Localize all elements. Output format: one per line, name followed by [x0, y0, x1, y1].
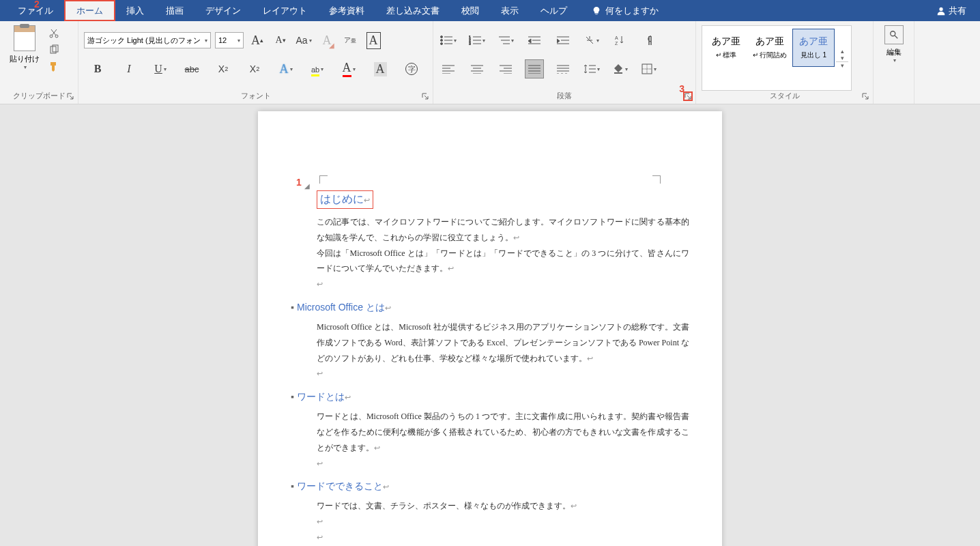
- tab-mailings[interactable]: 差し込み文書: [375, 0, 450, 21]
- style-normal[interactable]: あア亜 ↵ 標準: [705, 29, 747, 67]
- tab-draw[interactable]: 描画: [155, 0, 194, 21]
- increase-indent-button[interactable]: [553, 31, 573, 50]
- chevron-down-icon: ▾: [237, 38, 240, 44]
- asian-layout-button[interactable]: ▾: [582, 31, 601, 50]
- svg-point-53: [890, 31, 895, 36]
- tab-design[interactable]: デザイン: [194, 0, 252, 21]
- tab-review[interactable]: 校閲: [450, 0, 490, 21]
- chevron-down-icon: ▾: [893, 57, 896, 63]
- style-heading1[interactable]: あア亜 見出し 1: [792, 29, 835, 67]
- line-spacing-button[interactable]: ▾: [582, 59, 601, 78]
- font-size-select[interactable]: 12 ▾: [215, 32, 244, 48]
- highlight-button[interactable]: ab▾: [304, 59, 331, 78]
- clipboard-launcher[interactable]: [66, 91, 75, 101]
- superscript-button[interactable]: X2: [241, 59, 268, 78]
- subscript-button[interactable]: X2: [210, 59, 237, 78]
- ribbon-tab-bar: 2 ファイル ホーム 挿入 描画 デザイン レイアウト 参考資料 差し込み文書 …: [0, 0, 980, 21]
- svg-point-9: [441, 43, 443, 45]
- clear-formatting-button[interactable]: A◢: [317, 31, 336, 50]
- person-icon: [936, 6, 946, 16]
- sort-button[interactable]: AZ: [611, 31, 630, 50]
- svg-text:3: 3: [469, 42, 471, 45]
- copy-icon[interactable]: [48, 44, 59, 55]
- bullets-button[interactable]: ▾: [439, 31, 458, 50]
- svg-text:A: A: [615, 35, 618, 40]
- styles-launcher[interactable]: [861, 91, 870, 101]
- editing-group: 編集 ▾: [874, 21, 914, 104]
- shading-button[interactable]: ▾: [611, 59, 630, 78]
- justify-button[interactable]: [525, 59, 544, 78]
- grow-font-button[interactable]: A▴: [248, 31, 267, 50]
- character-border-button[interactable]: A: [364, 31, 383, 50]
- underline-button[interactable]: U▾: [147, 59, 174, 78]
- shrink-font-button[interactable]: A▾: [271, 31, 290, 50]
- italic-button[interactable]: I: [115, 59, 143, 78]
- align-left-button[interactable]: [439, 59, 458, 78]
- borders-button[interactable]: ▾: [639, 59, 659, 78]
- phonetic-guide-button[interactable]: ア亜: [341, 31, 360, 50]
- paragraph-group: ▾ 123▾ ▾ ▾ AZ ▾ ▾ ▾ 段落 3: [433, 21, 696, 104]
- bold-button[interactable]: B: [84, 59, 111, 78]
- marker-3: 3: [679, 83, 684, 94]
- align-center-button[interactable]: [467, 59, 487, 78]
- decrease-indent-button[interactable]: [525, 31, 544, 50]
- styles-group: あア亜 ↵ 標準 あア亜 ↵ 行間詰め あア亜 見出し 1 ▴ ▾ ▾ スタイル: [696, 21, 874, 104]
- cut-icon[interactable]: [48, 28, 59, 39]
- ribbon-toolbar: 貼り付け ▾ クリップボード 游ゴシック Light (見出しのフォント - 日…: [0, 21, 980, 104]
- tab-home[interactable]: ホーム: [64, 0, 115, 21]
- paragraph-launcher[interactable]: [683, 91, 693, 101]
- numbering-button[interactable]: 123▾: [467, 31, 487, 50]
- strikethrough-button[interactable]: abc: [178, 59, 205, 78]
- multilevel-list-button[interactable]: ▾: [496, 31, 515, 50]
- find-button[interactable]: 編集 ▾: [880, 25, 908, 102]
- svg-line-54: [894, 35, 897, 38]
- marker-2: 2: [34, 0, 40, 10]
- paste-button[interactable]: 貼り付け ▾: [5, 25, 43, 91]
- clipboard-group: 貼り付け ▾ クリップボード: [0, 21, 78, 104]
- character-shading-button[interactable]: A: [366, 59, 394, 78]
- search-icon: [884, 25, 904, 44]
- tell-me-search[interactable]: 何をしますか: [592, 5, 659, 17]
- tab-help[interactable]: ヘルプ: [530, 0, 578, 21]
- chevron-down-icon: ▾: [24, 64, 27, 70]
- text-effects-button[interactable]: A▾: [272, 59, 300, 78]
- show-hide-button[interactable]: [639, 31, 659, 50]
- style-gallery: あア亜 ↵ 標準 あア亜 ↵ 行間詰め あア亜 見出し 1 ▴ ▾ ▾: [702, 25, 852, 91]
- svg-point-7: [441, 40, 443, 42]
- tab-view[interactable]: 表示: [490, 0, 530, 21]
- format-painter-icon[interactable]: [48, 61, 59, 72]
- align-right-button[interactable]: [496, 59, 515, 78]
- tab-layout[interactable]: レイアウト: [252, 0, 318, 21]
- font-name-select[interactable]: 游ゴシック Light (見出しのフォント - 日 ▾: [84, 32, 211, 48]
- style-nospacing[interactable]: あア亜 ↵ 行間詰め: [749, 29, 791, 67]
- change-case-button[interactable]: Aa▾: [294, 31, 313, 50]
- enclose-characters-button[interactable]: 字: [398, 59, 425, 78]
- font-group: 游ゴシック Light (見出しのフォント - 日 ▾ 12 ▾ A▴ A▾ A…: [78, 21, 433, 104]
- svg-text:Z: Z: [615, 41, 618, 46]
- style-gallery-more[interactable]: ▴ ▾ ▾: [836, 29, 848, 87]
- font-launcher[interactable]: [420, 91, 430, 101]
- svg-point-0: [939, 7, 942, 10]
- lightbulb-icon: [592, 6, 601, 16]
- share-button[interactable]: 共有: [936, 5, 966, 17]
- font-color-button[interactable]: A▾: [335, 59, 362, 78]
- clipboard-icon: [14, 25, 35, 51]
- chevron-down-icon: ▾: [205, 38, 207, 44]
- svg-point-5: [441, 36, 443, 38]
- tab-references[interactable]: 参考資料: [318, 0, 375, 21]
- distributed-button[interactable]: [553, 59, 573, 78]
- tab-insert[interactable]: 挿入: [115, 0, 155, 21]
